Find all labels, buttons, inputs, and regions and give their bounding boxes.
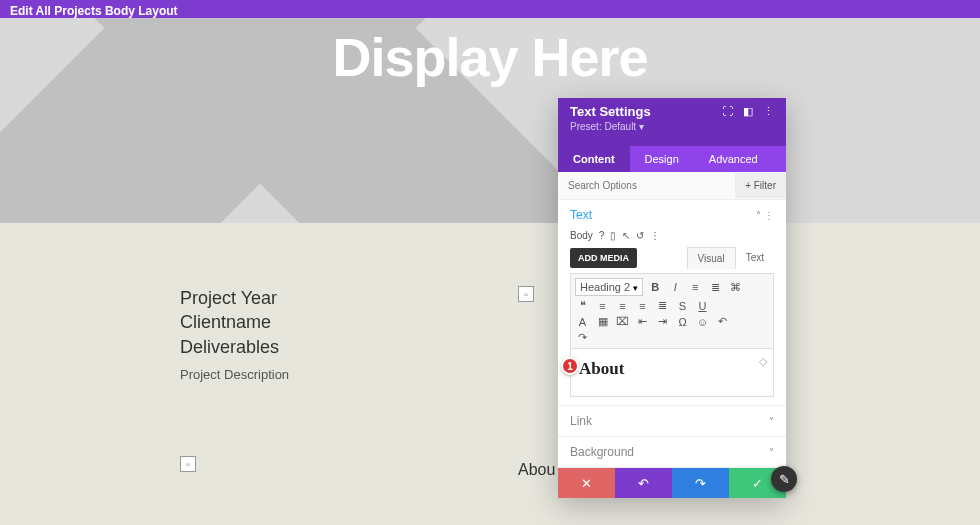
canvas: Display Here Project Year Clientname Del… (0, 18, 980, 525)
text-tab[interactable]: Text (736, 247, 774, 269)
italic-icon[interactable]: I (668, 281, 683, 293)
kebab-icon[interactable]: ⋮ (763, 105, 774, 118)
align-left-icon[interactable]: ≡ (595, 300, 610, 312)
modal-header[interactable]: Text Settings ⛶ ◧ ⋮ Preset: Default ▾ (558, 98, 786, 146)
broken-image-icon: ▫ (180, 456, 196, 472)
special-char-icon[interactable]: Ω (675, 316, 690, 328)
modal-title: Text Settings (570, 104, 651, 119)
text-section-title: Text (570, 208, 592, 222)
paste-icon[interactable]: ▦ (595, 315, 610, 328)
annotation-marker: 1 (561, 357, 579, 375)
media-row: ADD MEDIA Visual Text (570, 247, 774, 269)
search-row: + Filter (558, 172, 786, 200)
reset-icon[interactable]: ↺ (636, 230, 644, 241)
undo-button[interactable]: ↶ (615, 468, 672, 498)
editor-heading[interactable]: About (579, 359, 765, 379)
link-section-title: Link (570, 414, 592, 428)
text-section: Text ˄ ⋮ Body ? ▯ ↖ ↺ ⋮ ADD MEDIA Visual… (558, 200, 786, 406)
project-info-block: Project Year Clientname Deliverables Pro… (180, 286, 460, 382)
editor-toolbar: Heading 2 ▾ B I ≡ ≣ ⌘ ❝ ≡ ≡ ≡ ≣ S U (570, 273, 774, 349)
visual-tab[interactable]: Visual (687, 247, 736, 269)
add-media-button[interactable]: ADD MEDIA (570, 248, 637, 268)
bullet-list-icon[interactable]: ≡ (688, 281, 703, 293)
project-description: Project Description (180, 367, 460, 382)
indent-icon[interactable]: ⇥ (655, 315, 670, 328)
tab-advanced[interactable]: Advanced (694, 146, 773, 172)
justify-icon[interactable]: ≣ (655, 299, 670, 312)
top-bar: Edit All Projects Body Layout (0, 0, 980, 18)
about-label: Abou (518, 461, 555, 479)
filter-button[interactable]: + Filter (735, 173, 786, 198)
clear-icon[interactable]: ⌧ (615, 315, 630, 328)
edit-float-button[interactable]: ✎ (771, 466, 797, 492)
tab-content[interactable]: Content (558, 146, 630, 172)
modal-footer: ✕ ↶ ↷ ✓ (558, 468, 786, 498)
snap-icon[interactable]: ◧ (743, 105, 753, 118)
body-row: Body ? ▯ ↖ ↺ ⋮ (570, 230, 774, 241)
tablet-icon[interactable]: ▯ (610, 230, 616, 241)
bold-icon[interactable]: B (648, 281, 663, 293)
chevron-down-icon: ˅ (769, 416, 774, 427)
hover-icon[interactable]: ↖ (622, 230, 630, 241)
project-meta: Project Year Clientname Deliverables (180, 286, 460, 359)
undo-icon[interactable]: ↶ (715, 315, 730, 328)
quote-icon[interactable]: ❝ (575, 299, 590, 312)
strike-icon[interactable]: S (675, 300, 690, 312)
redo-icon[interactable]: ↷ (575, 331, 590, 344)
text-settings-modal: Text Settings ⛶ ◧ ⋮ Preset: Default ▾ Co… (558, 98, 786, 498)
expand-icon[interactable]: ⛶ (722, 105, 733, 118)
chevron-down-icon: ˅ (769, 447, 774, 458)
emoji-icon[interactable]: ☺ (695, 316, 710, 328)
kebab-icon[interactable]: ⋮ (650, 230, 660, 241)
underline-icon[interactable]: U (695, 300, 710, 312)
chevron-up-icon[interactable]: ˄ ⋮ (756, 210, 774, 221)
text-section-header[interactable]: Text ˄ ⋮ (570, 208, 774, 222)
body-label: Body (570, 230, 593, 241)
modal-tabs: Content Design Advanced (558, 146, 786, 172)
preset-selector[interactable]: Preset: Default ▾ (570, 121, 774, 132)
align-center-icon[interactable]: ≡ (615, 300, 630, 312)
link-section[interactable]: Link ˅ (558, 406, 786, 437)
redo-button[interactable]: ↷ (672, 468, 729, 498)
broken-image-icon: ▫ (518, 286, 534, 302)
background-section[interactable]: Background ˅ (558, 437, 786, 468)
search-input[interactable] (558, 172, 735, 199)
align-right-icon[interactable]: ≡ (635, 300, 650, 312)
number-list-icon[interactable]: ≣ (708, 281, 723, 294)
text-color-icon[interactable]: A (575, 316, 590, 328)
editor-mode-tabs: Visual Text (687, 247, 774, 269)
tab-design[interactable]: Design (630, 146, 694, 172)
format-select[interactable]: Heading 2 ▾ (575, 278, 643, 296)
help-icon[interactable]: ? (599, 230, 605, 241)
background-section-title: Background (570, 445, 634, 459)
link-icon[interactable]: ⌘ (728, 281, 743, 294)
dynamic-content-icon[interactable]: ◇ (759, 355, 767, 368)
cancel-button[interactable]: ✕ (558, 468, 615, 498)
hero-title: Display Here (0, 26, 980, 88)
outdent-icon[interactable]: ⇤ (635, 315, 650, 328)
editor-area[interactable]: 1 About ◇ (570, 349, 774, 397)
top-bar-title: Edit All Projects Body Layout (10, 4, 178, 18)
